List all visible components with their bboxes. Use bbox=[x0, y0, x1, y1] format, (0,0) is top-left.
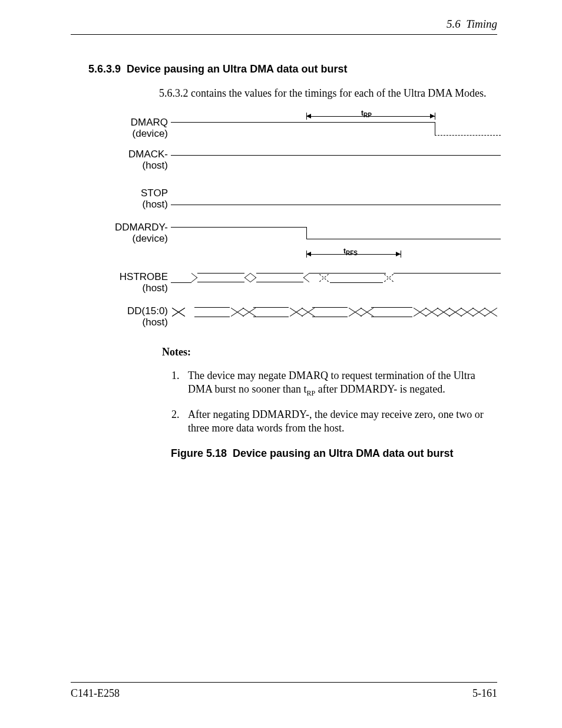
section-number: 5.6.3.9 bbox=[88, 63, 121, 75]
wave-dd bbox=[171, 307, 501, 318]
figure-caption: Figure 5.18 Device pausing an Ultra DMA … bbox=[171, 447, 497, 460]
note-2: After negating DDMARDY-, the device may … bbox=[182, 408, 497, 434]
notes-heading: Notes: bbox=[162, 346, 497, 358]
trp-sub: RP bbox=[363, 112, 372, 118]
note-1-text: The device may negate DMARQ to request t… bbox=[188, 370, 475, 395]
footer-doc-id: C141-E258 bbox=[71, 687, 120, 700]
header-section-ref: 5.6 bbox=[447, 18, 461, 30]
figure-title: Device pausing an Ultra DMA data out bur… bbox=[233, 447, 453, 459]
figure-label: Figure 5.18 bbox=[171, 447, 227, 459]
page-footer: C141-E258 5-161 bbox=[71, 682, 497, 700]
footer-page: 5-161 bbox=[472, 687, 497, 700]
signal-label-stop: STOP(host) bbox=[100, 188, 168, 210]
section-intro: 5.6.3.2 contains the values for the timi… bbox=[159, 87, 497, 100]
signal-label-dmack: DMACK-(host) bbox=[100, 149, 168, 171]
header-section-title: Timing bbox=[466, 18, 497, 30]
notes-list: The device may negate DMARQ to request t… bbox=[162, 369, 497, 434]
signal-label-hstrobe: HSTROBE(host) bbox=[100, 272, 168, 294]
wave-ddmardy bbox=[171, 227, 501, 240]
section-heading: 5.6.3.9 Device pausing an Ultra DMA data… bbox=[88, 63, 497, 75]
page: 5.6 Timing 5.6.3.9 Device pausing an Ult… bbox=[0, 0, 562, 728]
section-title: Device pausing an Ultra DMA data out bur… bbox=[127, 63, 347, 75]
signal-label-dmarq: DMARQ(device) bbox=[100, 117, 168, 139]
dim-trp: tRP bbox=[171, 113, 501, 120]
signal-label-dd: DD(15:0)(host) bbox=[100, 306, 168, 328]
note-1: The device may negate DMARQ to request t… bbox=[182, 369, 497, 397]
notes: Notes: The device may negate DMARQ to re… bbox=[162, 346, 497, 434]
trfs-sub: RFS bbox=[346, 250, 358, 256]
timing-diagram: DMARQ(device) DMACK-(host) STOP(host) DD… bbox=[100, 116, 501, 328]
wave-dmarq bbox=[171, 122, 501, 140]
wave-hstrobe bbox=[171, 273, 501, 284]
running-header: 5.6 Timing bbox=[71, 18, 497, 35]
dim-trfs: tRFS bbox=[171, 251, 501, 259]
signal-label-ddmardy: DDMARDY-(device) bbox=[100, 222, 168, 244]
